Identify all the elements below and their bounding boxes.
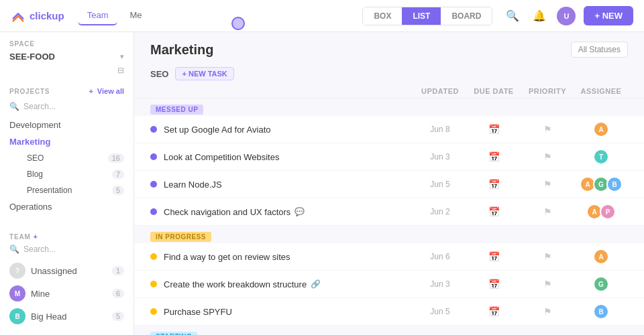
- top-nav: clickup Team Me BOX LIST BOARD 🔍 🔔 U + N…: [0, 0, 644, 32]
- status-filter-button[interactable]: All Statuses: [571, 42, 628, 58]
- task-name: Create the work breakdown structure 🔗: [164, 279, 413, 289]
- sidebar-item-seo[interactable]: SEO 16: [17, 150, 133, 166]
- task-priority: ⚑: [521, 124, 574, 135]
- task-group-starting: STARTING: [134, 326, 644, 335]
- assignee-group: G: [593, 276, 609, 292]
- nav-tab-me[interactable]: Me: [120, 6, 151, 25]
- new-task-button[interactable]: + NEW TASK: [175, 67, 233, 80]
- search-placeholder: Search...: [23, 102, 56, 111]
- task-updated: Jun 5: [413, 307, 467, 316]
- calendar-icon: 📅: [488, 306, 500, 317]
- bighead-count: 5: [112, 312, 124, 321]
- task-due: 📅: [467, 251, 521, 262]
- table-row[interactable]: Purchase SPYFU Jun 5 📅 ⚑ B: [134, 298, 644, 326]
- task-list: MESSED UP Set up Google Ad for Aviato Ju…: [134, 98, 644, 335]
- task-priority: ⚑: [521, 151, 574, 162]
- space-section: SPACE SEE-FOOD ▾ ⊟: [0, 40, 133, 78]
- sidebar-item-blog[interactable]: Blog 7: [17, 166, 133, 182]
- view-all-projects-link[interactable]: View all: [97, 87, 124, 95]
- bighead-label: Big Head: [31, 312, 66, 322]
- task-due: 📅: [467, 179, 521, 190]
- task-assignee: A: [574, 121, 628, 137]
- notifications-icon[interactable]: 🔔: [530, 7, 549, 25]
- assignee-group: T: [593, 149, 609, 165]
- sidebar-sub-items: SEO 16 Blog 7 Presentation 5: [0, 150, 133, 198]
- avatar: B: [606, 176, 623, 192]
- table-row[interactable]: Check navigation and UX factors 💬 Jun 2 …: [134, 198, 644, 226]
- column-headers: UPDATED DUE DATE PRIORITY ASSIGNEE: [134, 84, 644, 98]
- seo-section-title: SEO: [150, 69, 168, 79]
- sidebar-item-development[interactable]: Development: [0, 117, 133, 133]
- view-tab-box[interactable]: BOX: [363, 7, 402, 25]
- assignee-group: A: [593, 249, 609, 265]
- main-header: Marketing All Statuses: [134, 32, 644, 63]
- team-section: TEAM + 🔍 Search... ? Unassigned 1 M Mine: [0, 228, 133, 328]
- task-updated: Jun 6: [413, 252, 467, 261]
- task-dot: [150, 153, 157, 160]
- sidebar-filter-icon[interactable]: ⊟: [117, 66, 124, 75]
- task-priority: ⚑: [521, 206, 574, 217]
- task-due: 📅: [467, 306, 521, 317]
- user-avatar[interactable]: U: [557, 7, 576, 25]
- calendar-icon: 📅: [488, 251, 500, 262]
- logo-area: clickup: [11, 9, 64, 23]
- task-dot: [150, 181, 157, 188]
- task-attachment-icon: 💬: [294, 207, 305, 216]
- projects-header: PROJECTS + View all: [0, 83, 133, 99]
- team-header: TEAM +: [0, 228, 133, 242]
- task-due: 📅: [467, 206, 521, 217]
- table-row[interactable]: Set up Google Ad for Aviato Jun 8 📅 ⚑ A: [134, 116, 644, 143]
- task-updated: Jun 3: [413, 279, 467, 289]
- priority-icon: ⚑: [543, 206, 552, 217]
- col-assignee: ASSIGNEE: [574, 87, 628, 95]
- priority-icon: ⚑: [543, 179, 552, 190]
- view-tab-board[interactable]: BOARD: [441, 7, 492, 25]
- sidebar-item-presentation[interactable]: Presentation 5: [17, 182, 133, 198]
- sidebar-team-bighead[interactable]: B Big Head 5: [0, 305, 133, 328]
- col-due-date: DUE DATE: [467, 87, 521, 95]
- nav-tab-team[interactable]: Team: [78, 6, 118, 25]
- sidebar-item-blog-label: Blog: [27, 170, 43, 179]
- projects-actions: + View all: [89, 87, 124, 95]
- calendar-icon: 📅: [488, 206, 500, 217]
- task-updated: Jun 2: [413, 207, 467, 216]
- calendar-icon: 📅: [488, 179, 500, 190]
- col-updated: UPDATED: [413, 87, 467, 95]
- bighead-avatar: B: [9, 308, 25, 324]
- sidebar-team-unassigned[interactable]: ? Unassigned 1: [0, 259, 133, 282]
- avatar: T: [593, 149, 609, 165]
- sidebar-item-marketing[interactable]: Marketing: [0, 133, 133, 150]
- avatar: G: [593, 276, 609, 292]
- add-team-button[interactable]: +: [34, 232, 38, 241]
- task-dot: [150, 126, 157, 133]
- assignee-group: A G B: [580, 176, 623, 192]
- team-label: TEAM: [9, 233, 31, 241]
- sidebar-item-development-label: Development: [9, 120, 61, 130]
- search-icon: 🔍: [9, 245, 19, 254]
- table-row[interactable]: Learn Node.JS Jun 5 📅 ⚑ A G B: [134, 171, 644, 198]
- table-row[interactable]: Find a way to get on review sites Jun 6 …: [134, 243, 644, 271]
- space-name-row: SEE-FOOD ▾: [0, 50, 133, 66]
- table-row[interactable]: Look at Competition Websites Jun 3 📅 ⚑ T: [134, 143, 644, 171]
- view-tab-list[interactable]: LIST: [402, 7, 441, 25]
- mine-avatar: M: [9, 285, 25, 302]
- mine-count: 6: [112, 289, 124, 298]
- project-search[interactable]: 🔍 Search...: [0, 99, 133, 117]
- table-row[interactable]: Create the work breakdown structure 🔗 Ju…: [134, 271, 644, 298]
- task-dot: [150, 208, 157, 215]
- task-due: 📅: [467, 124, 521, 135]
- sidebar-team-mine[interactable]: M Mine 6: [0, 282, 133, 305]
- add-project-button[interactable]: +: [89, 87, 93, 95]
- avatar: A: [593, 249, 609, 265]
- main-header-right: All Statuses: [571, 42, 628, 58]
- search-icon[interactable]: 🔍: [503, 7, 522, 25]
- priority-icon: ⚑: [543, 306, 552, 317]
- team-search[interactable]: 🔍 Search...: [0, 242, 133, 259]
- sidebar-item-operations[interactable]: Operations: [0, 198, 133, 215]
- task-assignee: T: [574, 149, 628, 165]
- task-name: Set up Google Ad for Aviato: [164, 125, 413, 135]
- new-button[interactable]: + NEW: [584, 6, 633, 25]
- projects-section: PROJECTS + View all 🔍 Search... Developm…: [0, 83, 133, 215]
- task-priority: ⚑: [521, 279, 574, 289]
- task-group-in-progress: IN PROGRESS Find a way to get on review …: [134, 226, 644, 326]
